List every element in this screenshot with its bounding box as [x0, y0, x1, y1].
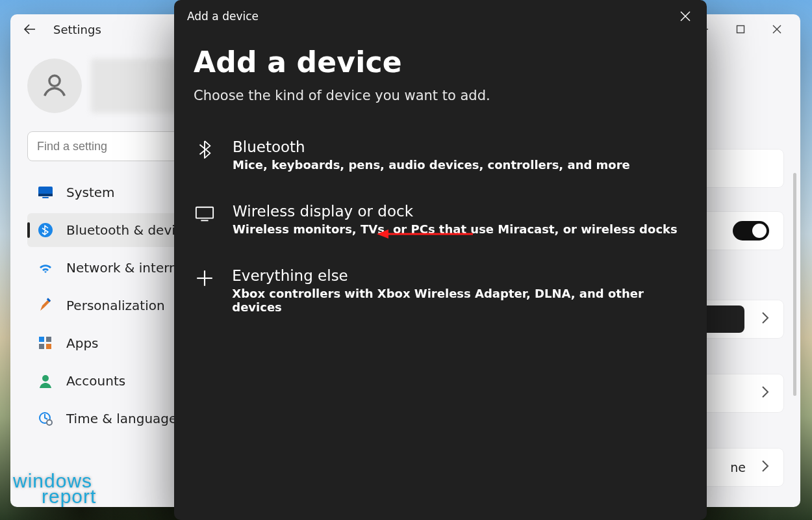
add-device-dialog: Add a device Add a device Choose the kin… — [174, 0, 707, 520]
monitor-icon — [194, 203, 216, 224]
option-title: Bluetooth — [233, 138, 630, 155]
system-icon — [36, 186, 55, 199]
svg-rect-20 — [196, 207, 213, 218]
dialog-close-button[interactable] — [669, 0, 702, 32]
bluetooth-icon — [36, 222, 55, 238]
toggle-switch[interactable] — [733, 221, 769, 240]
sidebar-item-label: System — [66, 185, 115, 200]
watermark-line2: report — [42, 488, 96, 505]
dialog-subtitle: Choose the kind of device you want to ad… — [194, 88, 687, 103]
row-value-peek: ne — [730, 460, 746, 474]
option-desc: Mice, keyboards, pens, audio devices, co… — [233, 158, 630, 172]
svg-point-5 — [49, 75, 60, 86]
plus-icon — [194, 267, 215, 288]
wifi-icon — [36, 261, 55, 274]
accounts-icon — [36, 374, 55, 388]
option-title: Everything else — [232, 267, 687, 284]
chevron-right-icon — [761, 311, 769, 327]
option-bluetooth[interactable]: Bluetooth Mice, keyboards, pens, audio d… — [194, 129, 687, 194]
maximize-button[interactable] — [722, 14, 759, 44]
svg-rect-11 — [39, 337, 44, 342]
sidebar-item-label: Time & language — [66, 411, 177, 426]
svg-point-15 — [42, 375, 49, 382]
sidebar-item-label: Network & internet — [66, 260, 190, 276]
back-button[interactable] — [22, 21, 38, 37]
apps-icon — [36, 336, 55, 350]
sidebar-item-label: Personalization — [66, 298, 165, 313]
option-desc: Xbox controllers with Xbox Wireless Adap… — [232, 287, 687, 314]
svg-rect-2 — [737, 26, 744, 33]
chevron-right-icon — [761, 385, 769, 401]
option-everything-else[interactable]: Everything else Xbox controllers with Xb… — [194, 258, 687, 336]
app-title: Settings — [53, 23, 101, 36]
dialog-title: Add a device — [194, 46, 687, 79]
brush-icon — [36, 298, 55, 313]
svg-rect-14 — [46, 344, 51, 349]
svg-rect-8 — [42, 197, 49, 198]
option-desc: Wireless monitors, TVs, or PCs that use … — [233, 222, 678, 236]
globe-clock-icon — [36, 411, 55, 426]
svg-rect-12 — [46, 337, 51, 342]
svg-rect-7 — [38, 194, 53, 196]
chevron-right-icon — [761, 460, 769, 475]
scrollbar[interactable] — [793, 173, 796, 396]
sidebar-item-label: Apps — [66, 335, 99, 351]
option-title: Wireless display or dock — [233, 203, 678, 220]
sidebar-item-label: Accounts — [66, 373, 125, 389]
dialog-header-title: Add a device — [187, 10, 259, 23]
close-button[interactable] — [759, 14, 795, 44]
svg-point-17 — [47, 420, 52, 425]
svg-rect-13 — [39, 344, 44, 349]
option-wireless-display[interactable]: Wireless display or dock Wireless monito… — [194, 194, 687, 258]
watermark-logo: windows report — [13, 473, 96, 504]
avatar-icon — [27, 58, 82, 113]
bluetooth-icon — [194, 138, 216, 159]
